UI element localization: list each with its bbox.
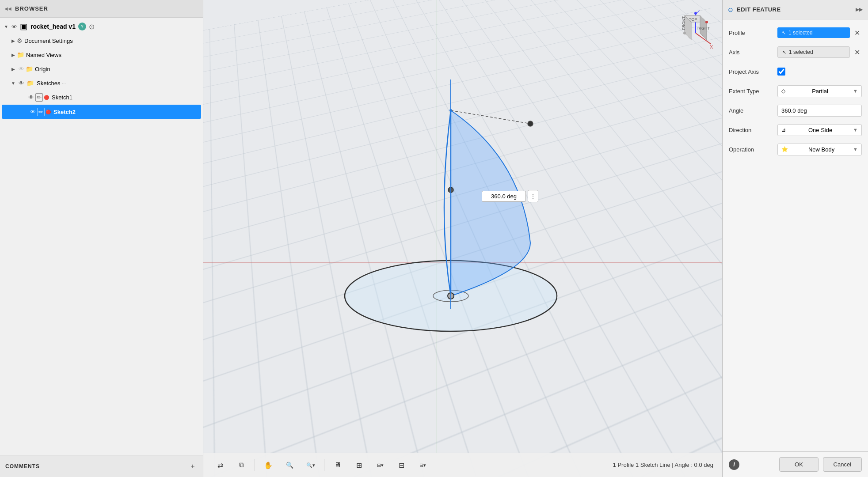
toolbar-view-btn[interactable]: ⊟	[393, 457, 409, 473]
named-views-label: Named Views	[26, 52, 61, 58]
info-icon[interactable]: i	[729, 459, 739, 470]
profile-row: Profile ↖ 1 selected ✕	[723, 23, 868, 42]
newbody-icon: ⭐	[781, 146, 788, 152]
svg-point-17	[528, 121, 533, 126]
folder-icon-named-views: 📁	[17, 51, 24, 58]
axis-row: Axis ↖ 1 selected ✕	[723, 42, 868, 62]
sidebar-header: ◀◀ BROWSER —	[0, 0, 203, 18]
sidebar-minimize-btn[interactable]: —	[189, 4, 198, 14]
folder-icon-origin: 📁	[26, 65, 33, 72]
expand-arrow-root[interactable]: ▼	[3, 24, 10, 29]
svg-text:Z: Z	[697, 9, 700, 14]
3d-shape-svg	[301, 35, 610, 344]
toolbar-grid-btn[interactable]: ⊞	[351, 457, 367, 473]
axis-label: Axis	[729, 49, 777, 56]
sketch2-label: Sketch2	[53, 109, 76, 115]
operation-row: Operation ⭐ New Body ▼	[723, 140, 868, 159]
sketch-icon-sketch1: ✏	[35, 93, 43, 102]
profile-selected-btn[interactable]: ↖ 1 selected	[777, 27, 850, 38]
toolbar-sep-1	[255, 459, 255, 471]
project-axis-value	[777, 68, 862, 76]
toolbar-view-dropdown-btn[interactable]: ⊟▾	[415, 457, 430, 473]
profile-selected-text: 1 selected	[788, 30, 813, 36]
tree-item-root[interactable]: ▼ 👁 ▣ rocket_head v1 Y ⊙	[0, 19, 203, 34]
bottom-toolbar: ⇄ ⧉ ✋ 🔍 🔍▾ 🖥 ⊞ ⊞▾ ⊟ ⊟▾ 1 Profile 1 Sketc…	[203, 453, 722, 477]
origin-label: Origin	[35, 66, 50, 72]
warning-icon-sketch1: 🔴	[44, 95, 49, 100]
extent-type-value: ◇ Partial ▼	[777, 85, 862, 97]
tree-item-sketch1[interactable]: 👁 ✏ 🔴 Sketch1	[0, 90, 203, 104]
sidebar-collapse-icon[interactable]: ◀◀	[4, 6, 11, 11]
eye-icon-origin[interactable]: 👁	[17, 66, 26, 72]
project-axis-checkbox[interactable]	[777, 68, 785, 76]
expand-arrow-named-views[interactable]: ▶	[10, 53, 17, 57]
direction-dropdown[interactable]: ⊿ One Side ▼	[777, 124, 862, 136]
sidebar-footer: COMMENTS +	[0, 455, 203, 477]
cancel-button[interactable]: Cancel	[823, 457, 862, 472]
comments-title: COMMENTS	[5, 463, 40, 469]
toolbar-clipboard-btn[interactable]: ⧉	[233, 457, 249, 473]
tree-item-origin[interactable]: ▶ 👁 📁 Origin	[0, 62, 203, 76]
direction-value: ⊿ One Side ▼	[777, 124, 862, 136]
toolbar-pan-btn[interactable]: ✋	[260, 457, 276, 473]
tree-item-sketch2[interactable]: 👁 ✏ 🔴 Sketch2	[2, 105, 201, 119]
toolbar-sep-2	[324, 459, 324, 471]
operation-dropdown[interactable]: ⭐ New Body ▼	[777, 144, 862, 155]
toolbar-display-btn[interactable]: 🖥	[330, 457, 346, 473]
axis-selected-text: 1 selected	[789, 49, 813, 55]
eye-icon-sketches[interactable]: 👁	[17, 80, 26, 87]
project-axis-label: Project Axis	[729, 68, 777, 75]
svg-text:FRONT: FRONT	[681, 16, 686, 30]
toolbar-zoom-dropdown-btn[interactable]: 🔍▾	[303, 457, 319, 473]
expand-arrow-origin[interactable]: ▶	[10, 67, 17, 72]
sidebar: ◀◀ BROWSER — ▼ 👁 ▣ rocket_head v1 Y ⊙ ▶ …	[0, 0, 203, 477]
right-panel-header: ⊖ EDIT FEATURE ▶▶	[723, 0, 868, 19]
right-panel-title: EDIT FEATURE	[737, 6, 852, 13]
extent-type-text: Partial	[812, 88, 828, 95]
axis-cursor-icon: ↖	[782, 49, 786, 55]
project-axis-row: Project Axis	[723, 62, 868, 81]
tree-item-sketches[interactable]: ▼ 👁 📁 Sketches ···	[0, 76, 203, 90]
svg-point-10	[683, 32, 686, 34]
toolbar-zoom-btn[interactable]: 🔍	[282, 457, 297, 473]
sketches-label: Sketches	[37, 80, 60, 87]
warning-icon-sketch2: 🔴	[46, 110, 51, 114]
ok-button[interactable]: OK	[779, 457, 818, 472]
select-cursor-icon: ↖	[782, 30, 786, 36]
operation-label: Operation	[729, 146, 777, 153]
expand-panel-btn[interactable]: ▶▶	[856, 7, 863, 12]
svg-point-12	[694, 12, 697, 15]
root-target-icon: ⊙	[89, 23, 95, 31]
direction-icon: ⊿	[781, 127, 786, 133]
edit-feature-icon: ⊖	[728, 6, 733, 13]
view-cube[interactable]: Z X TOP FRONT RIGHT	[669, 9, 713, 53]
right-panel: ⊖ EDIT FEATURE ▶▶ Profile ↖ 1 selected ✕…	[722, 0, 868, 477]
document-settings-label: Document Settings	[24, 38, 73, 44]
direction-label: Direction	[729, 127, 777, 133]
axis-clear-btn[interactable]: ✕	[853, 47, 862, 57]
expand-arrow-sketches[interactable]: ▼	[10, 81, 17, 86]
tree-item-named-views[interactable]: ▶ 📁 Named Views	[0, 48, 203, 62]
expand-arrow-doc[interactable]: ▶	[10, 38, 17, 43]
direction-row: Direction ⊿ One Side ▼	[723, 120, 868, 140]
add-comment-btn[interactable]: +	[188, 462, 198, 471]
extent-type-row: Extent Type ◇ Partial ▼	[723, 81, 868, 101]
status-bar: 1 Profile 1 Sketch Line | Angle : 0.0 de…	[613, 453, 722, 477]
extent-type-dropdown[interactable]: ◇ Partial ▼	[777, 85, 862, 97]
direction-text: One Side	[808, 127, 832, 133]
eye-icon-sketch2[interactable]: 👁	[28, 109, 37, 115]
profile-clear-btn[interactable]: ✕	[853, 28, 862, 38]
extent-type-label: Extent Type	[729, 88, 777, 95]
view-cube-svg: Z X TOP FRONT RIGHT	[669, 9, 713, 53]
sketch1-label: Sketch1	[52, 94, 72, 101]
axis-selected-btn[interactable]: ↖ 1 selected	[777, 46, 850, 58]
eye-icon-sketch1[interactable]: 👁	[27, 94, 35, 101]
viewport[interactable]: Z X TOP FRONT RIGHT	[203, 0, 722, 477]
toolbar-move-btn[interactable]: ⇄	[212, 457, 228, 473]
tree-item-document-settings[interactable]: ▶ ⚙ Document Settings	[0, 34, 203, 48]
degree-more-btn[interactable]: ⋮	[528, 190, 538, 202]
degree-input-field[interactable]	[482, 191, 526, 202]
angle-input[interactable]	[777, 105, 862, 117]
toolbar-grid-dropdown-btn[interactable]: ⊞▾	[372, 457, 388, 473]
eye-icon-root[interactable]: 👁	[10, 23, 19, 30]
